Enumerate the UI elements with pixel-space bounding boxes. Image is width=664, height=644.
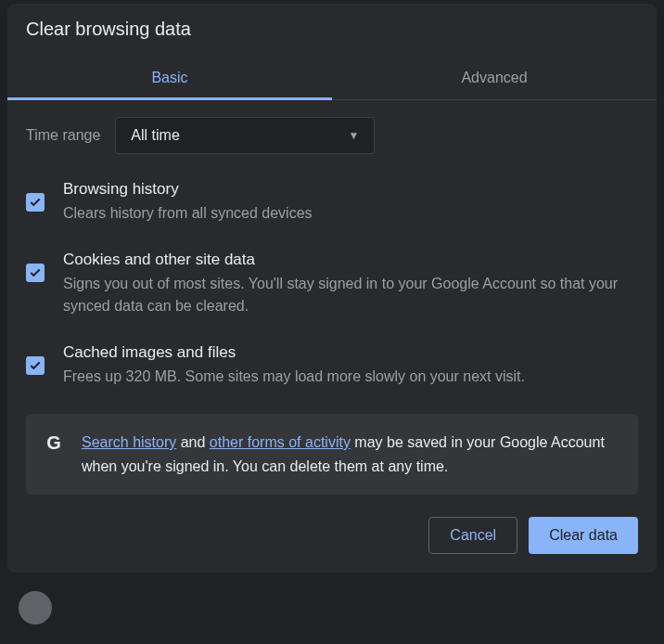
checkbox-browsing-history[interactable] [26, 193, 45, 212]
footer [0, 591, 664, 625]
dialog-title: Clear browsing data [7, 4, 657, 40]
tab-advanced[interactable]: Advanced [332, 57, 657, 99]
avatar [19, 591, 52, 625]
option-text: Cookies and other site data Signs you ou… [63, 251, 638, 317]
check-icon [29, 266, 42, 279]
option-cookies: Cookies and other site data Signs you ou… [26, 251, 638, 317]
button-row: Cancel Clear data [7, 517, 657, 554]
dialog-body: Time range All time ▼ Browsing history C… [7, 100, 657, 495]
check-icon [29, 359, 42, 372]
search-history-link[interactable]: Search history [82, 434, 176, 450]
time-range-value: All time [131, 127, 179, 144]
cancel-button[interactable]: Cancel [428, 517, 517, 554]
chevron-down-icon: ▼ [348, 129, 359, 142]
option-cached: Cached images and files Frees up 320 MB.… [26, 343, 638, 388]
info-text: Search history and other forms of activi… [82, 431, 619, 478]
clear-browsing-data-dialog: Clear browsing data Basic Advanced Time … [7, 4, 657, 573]
time-range-select[interactable]: All time ▼ [115, 117, 375, 154]
option-title: Cookies and other site data [63, 251, 638, 269]
option-description: Frees up 320 MB. Some sites may load mor… [63, 366, 638, 388]
google-account-info: G Search history and other forms of acti… [26, 414, 638, 495]
time-range-row: Time range All time ▼ [26, 117, 638, 154]
option-browsing-history: Browsing history Clears history from all… [26, 180, 638, 225]
check-icon [29, 196, 42, 209]
clear-data-button[interactable]: Clear data [529, 517, 638, 554]
google-icon: G [45, 432, 63, 454]
other-activity-link[interactable]: other forms of activity [210, 434, 351, 450]
option-title: Cached images and files [63, 343, 638, 362]
option-text: Cached images and files Frees up 320 MB.… [63, 343, 638, 388]
option-text: Browsing history Clears history from all… [63, 180, 638, 225]
checkbox-cached[interactable] [26, 356, 45, 375]
checkbox-cookies[interactable] [26, 264, 45, 282]
tabs: Basic Advanced [7, 57, 657, 100]
option-title: Browsing history [63, 180, 638, 199]
info-text-part: and [176, 434, 210, 450]
option-description: Signs you out of most sites. You'll stay… [63, 273, 638, 317]
tab-basic[interactable]: Basic [7, 57, 332, 99]
time-range-label: Time range [26, 127, 100, 144]
option-description: Clears history from all synced devices [63, 202, 638, 225]
